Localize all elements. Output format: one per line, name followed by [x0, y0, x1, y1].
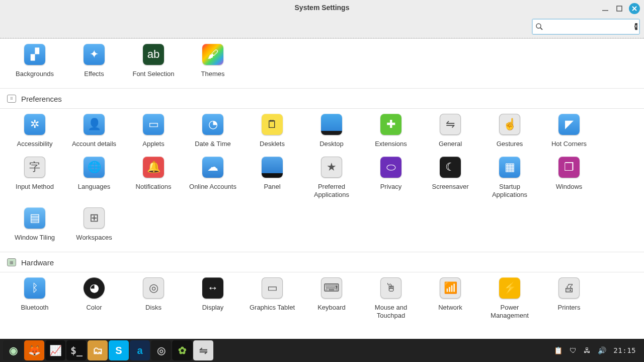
setting-label: Extensions: [375, 140, 407, 148]
cloud-icon: ☁: [202, 157, 223, 178]
setting-themes[interactable]: 🖌Themes: [183, 43, 243, 79]
setting-label: Gestures: [497, 140, 523, 148]
taskbar-menu[interactable]: ◉: [3, 340, 23, 360]
taskbar-monitor[interactable]: 📈: [45, 340, 65, 360]
setting-label: Online Accounts: [189, 183, 236, 191]
setting-mouse-and-touchpad[interactable]: 🖱Mouse and Touchpad: [361, 276, 421, 320]
setting-label: Network: [438, 304, 462, 312]
setting-keyboard[interactable]: ⌨Keyboard: [302, 276, 361, 320]
taskbar-pinwheel[interactable]: ✿: [172, 340, 192, 360]
svg-point-2: [536, 24, 541, 28]
setting-label: Input Method: [16, 183, 54, 191]
taskbar-skype[interactable]: S: [109, 340, 129, 360]
minimize-button[interactable]: [601, 4, 610, 13]
setting-label: Desklets: [260, 140, 285, 148]
setting-languages[interactable]: 🌐Languages: [64, 156, 124, 199]
setting-label: Bluetooth: [21, 304, 49, 312]
setting-window-tiling[interactable]: ▤Window Tiling: [5, 206, 64, 243]
setting-font-selection[interactable]: abFont Selection: [124, 43, 183, 79]
power-icon: ⚡: [499, 277, 520, 299]
setting-label: Desktop: [319, 140, 344, 148]
taskbar-files[interactable]: 🗂: [88, 340, 108, 360]
window-controls: [601, 3, 640, 14]
setting-windows[interactable]: ❐Windows: [539, 156, 599, 199]
setting-label: Color: [86, 304, 102, 312]
wand-icon: ✦: [84, 44, 105, 65]
setting-general[interactable]: ⇋General: [421, 113, 480, 149]
note-icon: 🗒: [262, 114, 283, 135]
taskbar-firefox[interactable]: 🦊: [24, 340, 44, 360]
network-tray-icon[interactable]: 🖧: [584, 346, 591, 354]
search-box[interactable]: ×: [532, 19, 640, 35]
setting-account-details[interactable]: 👤Account details: [64, 113, 124, 149]
setting-desklets[interactable]: 🗒Desklets: [243, 113, 302, 149]
taskbar-obs[interactable]: ◎: [151, 340, 171, 360]
setting-bluetooth[interactable]: ᛒBluetooth: [5, 276, 64, 320]
setting-label: Effects: [84, 70, 104, 78]
volume-tray-icon[interactable]: 🔊: [598, 346, 606, 354]
setting-preferred-applications[interactable]: ★Preferred Applications: [302, 156, 361, 199]
setting-label: Hot Corners: [551, 140, 587, 148]
taskbar-settings[interactable]: ⇋: [193, 340, 213, 360]
setting-notifications[interactable]: 🔔Notifications: [124, 156, 183, 199]
setting-panel[interactable]: Panel: [243, 156, 302, 199]
close-button[interactable]: [629, 3, 640, 14]
section-hardware: ▦ Hardware: [0, 252, 644, 272]
setting-disks[interactable]: ◎Disks: [124, 276, 183, 320]
setting-label: Mouse and Touchpad: [363, 304, 419, 319]
hardware-title: Hardware: [21, 258, 54, 267]
setting-graphics-tablet[interactable]: ▭Graphics Tablet: [243, 276, 302, 320]
setting-label: Font Selection: [132, 70, 174, 78]
clock[interactable]: 21:15: [613, 346, 636, 354]
window-title: System Settings: [295, 4, 350, 12]
setting-label: Screensaver: [432, 183, 469, 191]
setting-label: Power Management: [482, 304, 537, 319]
setting-online-accounts[interactable]: ☁Online Accounts: [183, 156, 243, 199]
setting-power-management[interactable]: ⚡Power Management: [480, 276, 539, 320]
preferences-grid: ✲Accessibility👤Account details▭Applets◔D…: [0, 109, 644, 243]
setting-hot-corners[interactable]: ◤Hot Corners: [539, 113, 599, 149]
section-preferences: ⠿ Preferences: [0, 88, 644, 109]
setting-startup-applications[interactable]: ▦Startup Applications: [480, 156, 539, 199]
taskbar-amazon[interactable]: a: [130, 340, 150, 360]
startup-icon: ▦: [499, 157, 520, 178]
setting-gestures[interactable]: ☝Gestures: [480, 113, 539, 149]
setting-workspaces[interactable]: ⊞Workspaces: [64, 206, 124, 243]
shield-tray-icon[interactable]: 🛡: [570, 346, 577, 354]
globe-icon: 🌐: [84, 157, 105, 178]
setting-display[interactable]: ↔Display: [183, 276, 243, 320]
setting-color[interactable]: ◕Color: [64, 276, 124, 320]
setting-label: Panel: [264, 183, 280, 191]
setting-label: Windows: [556, 183, 583, 191]
setting-label: Preferred Applications: [304, 183, 359, 198]
setting-accessibility[interactable]: ✲Accessibility: [5, 113, 64, 149]
setting-date-time[interactable]: ◔Date & Time: [183, 113, 243, 149]
accessibility-icon: ✲: [24, 114, 45, 135]
setting-input-method[interactable]: 字Input Method: [5, 156, 64, 199]
setting-label: Window Tiling: [15, 234, 55, 242]
maximize-button[interactable]: [615, 4, 624, 13]
setting-desktop[interactable]: Desktop: [302, 113, 361, 149]
setting-backgrounds[interactable]: ▞Backgrounds: [5, 43, 64, 79]
display-icon: ↔: [202, 277, 223, 299]
svg-rect-1: [617, 6, 622, 11]
setting-privacy[interactable]: ⬭Privacy: [361, 156, 421, 199]
brush-icon: 🖌: [202, 44, 223, 65]
disk-icon: ◎: [143, 277, 164, 299]
setting-printers[interactable]: 🖨Printers: [539, 276, 599, 320]
setting-applets[interactable]: ▭Applets: [124, 113, 183, 149]
setting-label: Languages: [78, 183, 110, 191]
setting-effects[interactable]: ✦Effects: [64, 43, 124, 79]
taskbar-terminal[interactable]: $_: [66, 340, 87, 360]
user-icon: 👤: [84, 114, 105, 135]
setting-label: Startup Applications: [482, 183, 537, 198]
input-icon: 字: [24, 157, 45, 178]
toggle-icon: ⇋: [440, 114, 461, 135]
mask-icon: ⬭: [380, 157, 401, 178]
setting-network[interactable]: 📶Network: [421, 276, 480, 320]
setting-screensaver[interactable]: ☾Screensaver: [421, 156, 480, 199]
search-input[interactable]: [546, 23, 634, 31]
clipboard-tray-icon[interactable]: 📋: [554, 346, 562, 354]
setting-extensions[interactable]: ✚Extensions: [361, 113, 421, 149]
clear-search-icon[interactable]: ×: [634, 23, 637, 30]
